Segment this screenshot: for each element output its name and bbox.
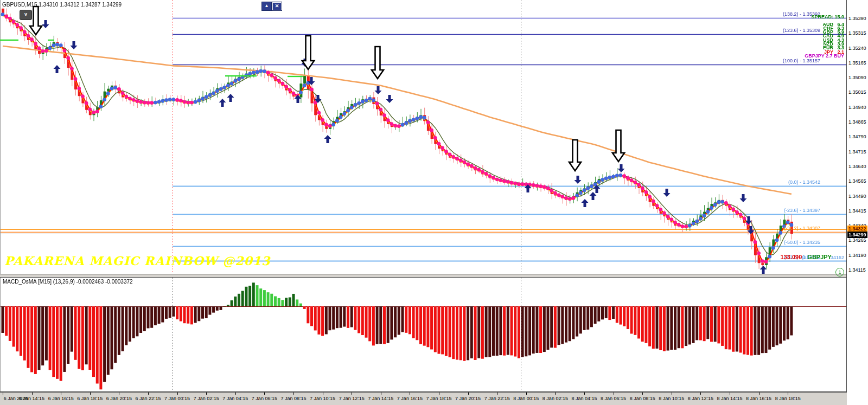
time-axis-label: 8 Jan 08:15 (630, 396, 655, 401)
time-axis-tick (293, 393, 294, 395)
time-axis-label: 6 Jan 14:15 (19, 396, 44, 401)
time-axis-tick (672, 393, 672, 395)
price-axis-label: 1.35315 (848, 30, 866, 36)
price-axis-label: 1.34565 (848, 178, 866, 184)
time-axis-label: 8 Jan 16:15 (746, 396, 771, 401)
mt4-chart-window: GBPUSD,M15 1.34310 1.34312 1.34287 1.342… (0, 0, 868, 405)
time-axis-tick (381, 393, 381, 395)
time-axis-tick (206, 393, 207, 395)
price-axis-label: 1.34940 (848, 105, 866, 110)
time-axis-tick (497, 393, 497, 395)
gbpjpy-symbol-label: GBPJPY (807, 254, 832, 260)
price-axis-label: 1.35165 (848, 60, 866, 66)
time-axis-tick (642, 393, 643, 395)
time-axis-tick (32, 393, 33, 395)
axis-border (846, 0, 847, 405)
time-axis-label: 8 Jan 02:15 (542, 396, 568, 401)
time-axis-tick (614, 393, 614, 395)
price-axis-label: 1.34790 (848, 134, 866, 139)
time-axis-label: 7 Jan 00:15 (164, 396, 190, 401)
time-axis-label: 7 Jan 06:15 (252, 396, 277, 401)
time-axis-tick (90, 393, 91, 395)
price-axis-label: 1.34640 (848, 164, 866, 169)
price-axis-label: 1.35390 (848, 16, 866, 21)
time-axis-label: 6 Jan 20:15 (106, 396, 132, 401)
time-axis: 6 Jan 20266 Jan 14:156 Jan 16:156 Jan 18… (0, 393, 847, 405)
time-axis-label: 6 Jan 22:15 (135, 396, 161, 401)
time-axis-label: 8 Jan 06:15 (601, 396, 626, 401)
time-axis-tick (61, 393, 61, 395)
time-axis-label: 8 Jan 12:15 (688, 396, 713, 401)
time-axis-tick (555, 393, 556, 395)
time-axis-label: 7 Jan 22:15 (484, 396, 510, 401)
time-axis-label: 6 Jan 16:15 (48, 396, 74, 401)
fib-61-8-overlay-row: 133.090(61GBPJPY34162 (781, 254, 844, 260)
fib-61-8-price-fragment: 34162 (831, 255, 844, 260)
time-axis-tick (235, 393, 236, 395)
time-axis-label: 7 Jan 18:15 (426, 396, 451, 401)
time-axis-tick (788, 393, 788, 395)
price-axis-label: 1.34490 (848, 194, 866, 199)
time-axis-label: 8 Jan 14:15 (717, 396, 742, 401)
price-axis: 0.0003229 0.00 -0.0009545 1.34322 1.3429… (847, 0, 868, 405)
price-axis-label: 1.34190 (848, 253, 866, 258)
time-axis-label: 8 Jan 04:15 (571, 396, 597, 401)
window-close-button[interactable]: ✕ (272, 2, 282, 11)
chart-object-badge[interactable]: 1 (835, 268, 844, 277)
time-axis-label: 8 Jan 18:15 (775, 396, 801, 401)
price-axis-label: 1.34715 (848, 149, 866, 155)
time-axis-label: 7 Jan 04:15 (222, 396, 248, 401)
time-axis-label: 6 Jan 18:15 (77, 396, 103, 401)
price-axis-label: 1.34115 (848, 267, 866, 273)
price-axis-label: 1.35015 (848, 89, 866, 95)
bid-price-label: 1.34299 (847, 232, 867, 238)
price-axis-label: 1.35090 (848, 75, 866, 80)
price-axis-label: 1.34415 (848, 208, 866, 214)
time-axis-label: 7 Jan 16:15 (397, 396, 423, 401)
time-axis-label: 7 Jan 14:15 (368, 396, 393, 401)
time-axis-tick (700, 393, 701, 395)
macd-indicator-title: MACD_OsMA [M15] (13,26,9) -0.0002463 -0.… (3, 279, 133, 285)
time-axis-tick (468, 393, 469, 395)
price-axis-label: 1.34265 (848, 237, 866, 243)
watermark-text: PAKARENA MAGIC RAINBOW @2013 (4, 254, 270, 268)
panel-splitter[interactable] (0, 274, 847, 278)
time-axis-tick (526, 393, 527, 395)
time-axis-tick (323, 393, 323, 395)
time-axis-tick (352, 393, 352, 395)
currency-strength-panel: SPREAD: 15.0AUD6.4CHF6.3GBP5.9CAD4.9USD4… (651, 0, 844, 65)
spread-value-label: SPREAD: 15.0 (811, 14, 844, 20)
gbpjpy-signal-label: GBPJPY 2.7 BUY (805, 53, 844, 59)
time-axis-label: 7 Jan 08:15 (280, 396, 306, 401)
gbpjpy-price-label: 133.090 (781, 254, 802, 260)
time-axis-tick (148, 393, 149, 395)
price-axis-label: 1.34865 (848, 119, 866, 125)
time-axis-tick (584, 393, 585, 395)
time-axis-label: 7 Jan 20:15 (455, 396, 481, 401)
time-axis-label: 8 Jan 00:15 (513, 396, 539, 401)
time-axis-tick (119, 393, 119, 395)
time-axis-label: 7 Jan 10:15 (310, 396, 335, 401)
window-restore-button[interactable]: ▲ (261, 2, 272, 11)
time-axis-tick (730, 393, 730, 395)
time-axis-tick (264, 393, 265, 395)
macd-indicator-canvas[interactable] (0, 278, 847, 392)
time-axis-tick (410, 393, 410, 395)
time-axis-tick (759, 393, 760, 395)
price-axis-label: 1.35240 (848, 46, 866, 51)
time-axis-label: 7 Jan 02:15 (194, 396, 219, 401)
time-axis-tick (439, 393, 439, 395)
time-axis-label: 8 Jan 10:15 (659, 396, 684, 401)
time-axis-tick (177, 393, 178, 395)
chart-ohlc-title: GBPUSD,M15 1.34310 1.34312 1.34287 1.342… (2, 2, 122, 8)
time-axis-tick (3, 393, 3, 395)
time-axis-label: 7 Jan 12:15 (339, 396, 365, 401)
indicator-dropdown-button[interactable]: v (20, 10, 32, 20)
